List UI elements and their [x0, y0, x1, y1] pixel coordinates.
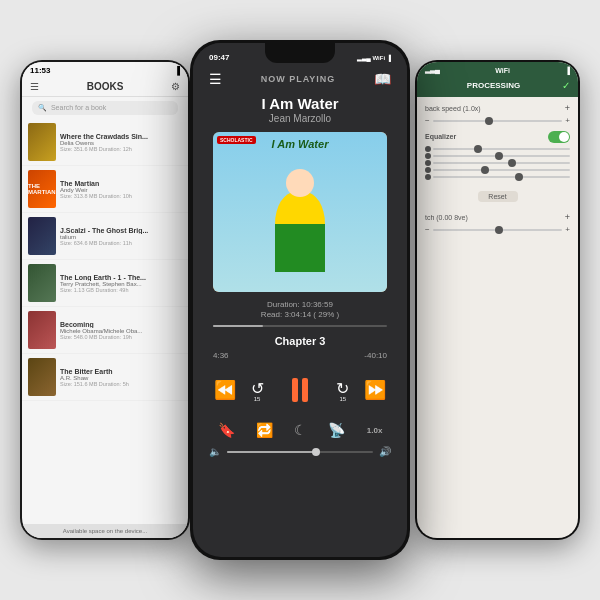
- skip-back-button[interactable]: ↺ 15: [251, 379, 264, 402]
- book-meta-4: Size: 1.13 GB Duration: 49h: [60, 287, 182, 293]
- skip-forward-button[interactable]: ↻ 15: [336, 379, 349, 402]
- phone-right: ▂▃▄ WiFi ▐ PROCESSING ✓ back speed (1.0x…: [415, 60, 580, 540]
- pitch-plus-icon: +: [565, 225, 570, 234]
- pitch-slider[interactable]: − +: [425, 225, 570, 234]
- search-icon: 🔍: [38, 104, 47, 111]
- playback-speed-slider[interactable]: − +: [425, 116, 570, 125]
- volume-slider[interactable]: [227, 451, 373, 453]
- eq-dot: [425, 160, 431, 166]
- center-controls: ⏪ ↺ 15 ↻ 15 ⏩: [193, 362, 407, 418]
- list-item[interactable]: The Long Earth - 1 - The... Terry Pratch…: [22, 260, 188, 307]
- pause-icon: [292, 378, 308, 402]
- eq-dot: [425, 153, 431, 159]
- reset-button[interactable]: Reset: [478, 191, 518, 202]
- fast-forward-button[interactable]: ⏩: [364, 379, 386, 401]
- center-header-title: NOW PLAYING: [261, 74, 336, 84]
- phone-center: 09:47 ▂▃▄ WiFi ▐ ☰ NOW PLAYING 📖 I Am Wa…: [190, 40, 410, 560]
- center-duration: Duration: 10:36:59: [193, 296, 407, 310]
- time-elapsed: 4:36: [213, 351, 229, 360]
- book-meta-2: Size: 313.8 MB Duration: 10h: [60, 193, 182, 199]
- sleep-timer-button[interactable]: ☾: [294, 422, 307, 438]
- book-cover-1: [28, 123, 56, 161]
- eq-row-2: [425, 153, 570, 159]
- right-content: back speed (1.0x) + − + Equalizer: [417, 97, 578, 538]
- book-cover-5: [28, 311, 56, 349]
- book-cover-6: [28, 358, 56, 396]
- progress-bar[interactable]: [213, 325, 387, 327]
- left-menu-icon[interactable]: ☰: [30, 81, 39, 92]
- time-remaining: -40:10: [364, 351, 387, 360]
- book-title-4: The Long Earth - 1 - The...: [60, 274, 182, 281]
- volume-fill: [227, 451, 315, 453]
- bookmark-button[interactable]: 🔖: [218, 422, 235, 438]
- right-battery: ▐: [565, 67, 570, 74]
- book-icon[interactable]: 📖: [374, 71, 391, 87]
- play-pause-button[interactable]: [278, 368, 322, 412]
- list-item[interactable]: Where the Crawdads Sin... Delia Owens Si…: [22, 119, 188, 166]
- book-cover-3: [28, 217, 56, 255]
- pitch-label: tch (0.00 8ve): [425, 214, 468, 221]
- book-title-3: J.Scalzi - The Ghost Brig...: [60, 227, 182, 234]
- book-title-2: The Martian: [60, 180, 182, 187]
- right-signal: ▂▃▄: [425, 66, 440, 74]
- center-read: Read: 3:04:14 ( 29% ): [193, 310, 407, 323]
- book-meta-3: Size: 634.6 MB Duration: 11h: [60, 240, 182, 246]
- pitch-minus-icon: −: [425, 225, 430, 234]
- center-cover: I Am Water SCHOLASTIC: [213, 132, 387, 292]
- phone-notch: [265, 43, 335, 63]
- volume-thumb: [312, 448, 320, 456]
- center-time: 09:47: [209, 53, 229, 62]
- center-secondary-controls: 🔖 🔁 ☾ 📡 1.0x: [193, 418, 407, 444]
- pitch-plus-button[interactable]: +: [565, 212, 570, 222]
- right-status-bar: ▂▃▄ WiFi ▐: [417, 62, 578, 76]
- playback-speed-label: back speed (1.0x): [425, 105, 481, 112]
- center-book-author: Jean Marzollo: [193, 112, 407, 128]
- left-time: 11:53: [30, 66, 50, 75]
- equalizer-label: Equalizer: [425, 133, 456, 140]
- progress-fill: [213, 325, 263, 327]
- eq-row-5: [425, 174, 570, 180]
- eq-dot: [425, 174, 431, 180]
- book-title-1: Where the Crawdads Sin...: [60, 133, 182, 140]
- search-placeholder: Search for a book: [51, 104, 106, 111]
- left-search-input[interactable]: 🔍 Search for a book: [32, 101, 178, 115]
- speed-plus-button[interactable]: +: [565, 103, 570, 113]
- rewind-button[interactable]: ⏪: [214, 379, 236, 401]
- right-header: PROCESSING ✓: [417, 76, 578, 97]
- left-books-title: BOOKS: [87, 81, 124, 92]
- left-header: ☰ BOOKS ⚙: [22, 77, 188, 97]
- book-list: Where the Crawdads Sin... Delia Owens Si…: [22, 119, 188, 524]
- right-wifi: WiFi: [495, 67, 510, 74]
- volume-low-icon: 🔈: [209, 446, 221, 457]
- phone-left: 11:53 ▐ ☰ BOOKS ⚙ 🔍 Search for a book Wh…: [20, 60, 190, 540]
- center-signal: ▂▃▄ WiFi ▐: [357, 54, 391, 61]
- center-header: ☰ NOW PLAYING 📖: [193, 67, 407, 93]
- speed-minus-icon: −: [425, 116, 430, 125]
- list-item[interactable]: THE MARTIAN The Martian Andy Weir Size: …: [22, 166, 188, 213]
- pitch-section: tch (0.00 8ve) + − +: [425, 212, 570, 234]
- center-volume-row: 🔈 🔊: [193, 444, 407, 465]
- right-header-title: PROCESSING: [425, 81, 562, 90]
- repeat-button[interactable]: 🔁: [256, 422, 273, 438]
- speed-button[interactable]: 1.0x: [367, 426, 383, 435]
- center-time-row: 4:36 -40:10: [193, 349, 407, 362]
- book-cover-4: [28, 264, 56, 302]
- left-settings-icon[interactable]: ⚙: [171, 81, 180, 92]
- list-item[interactable]: Becoming Michele Obama/Michele Oba... Si…: [22, 307, 188, 354]
- check-icon[interactable]: ✓: [562, 80, 570, 91]
- book-cover-2: THE MARTIAN: [28, 170, 56, 208]
- list-item[interactable]: The Bitter Earth A.R. Shaw Size: 151.6 M…: [22, 354, 188, 401]
- book-meta-6: Size: 151.6 MB Duration: 5h: [60, 381, 182, 387]
- equalizer-section: Equalizer: [425, 131, 570, 181]
- menu-icon[interactable]: ☰: [209, 71, 222, 87]
- book-title-5: Becoming: [60, 321, 182, 328]
- equalizer-toggle[interactable]: [548, 131, 570, 143]
- speed-plus-icon: +: [565, 116, 570, 125]
- center-chapter: Chapter 3: [193, 333, 407, 349]
- book-title-6: The Bitter Earth: [60, 368, 182, 375]
- eq-row-3: [425, 160, 570, 166]
- list-item[interactable]: J.Scalzi - The Ghost Brig... talium Size…: [22, 213, 188, 260]
- airplay-button[interactable]: 📡: [328, 422, 345, 438]
- left-status-bar: 11:53 ▐: [22, 62, 188, 77]
- center-book-title: I Am Water: [193, 93, 407, 112]
